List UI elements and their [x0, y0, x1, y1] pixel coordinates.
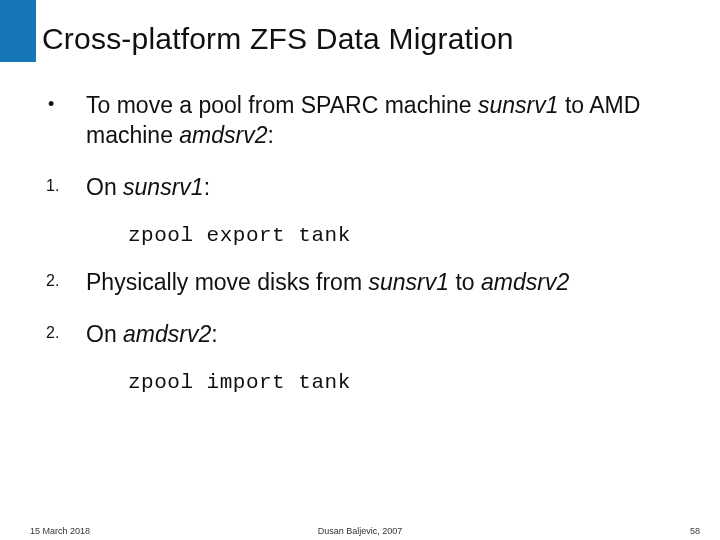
host-sunsrv1: sunsrv1 — [478, 92, 559, 118]
step-2-mid: to — [449, 269, 481, 295]
step-2-host2: amdsrv2 — [481, 269, 569, 295]
step-1-code: zpool export tank — [128, 224, 678, 247]
footer-author: Dusan Baljevic, 2007 — [0, 526, 720, 536]
step-2-row: 2. Physically move disks from sunsrv1 to… — [42, 267, 678, 297]
accent-bar — [0, 0, 36, 62]
step-1-num: 1. — [42, 172, 86, 200]
step-2-num: 2. — [42, 267, 86, 295]
slide-title: Cross-platform ZFS Data Migration — [42, 22, 514, 56]
step-3-num: 2. — [42, 319, 86, 347]
footer-page: 58 — [690, 526, 700, 536]
step-2-text: Physically move disks from sunsrv1 to am… — [86, 267, 678, 297]
step-3-host: amdsrv2 — [123, 321, 211, 347]
step-2-pre: Physically move disks from — [86, 269, 368, 295]
step-1-text: On sunsrv1: — [86, 172, 678, 202]
intro-pre: To move a pool from SPARC machine — [86, 92, 478, 118]
slide: Cross-platform ZFS Data Migration • To m… — [0, 0, 720, 540]
step-3-post: : — [211, 321, 217, 347]
step-1-host: sunsrv1 — [123, 174, 204, 200]
intro-post: : — [268, 122, 274, 148]
slide-content: • To move a pool from SPARC machine suns… — [42, 90, 678, 414]
step-3-row: 2. On amdsrv2: — [42, 319, 678, 349]
step-2-host1: sunsrv1 — [368, 269, 449, 295]
step-3-text: On amdsrv2: — [86, 319, 678, 349]
intro-text: To move a pool from SPARC machine sunsrv… — [86, 90, 678, 150]
host-amdsrv2: amdsrv2 — [179, 122, 267, 148]
intro-row: • To move a pool from SPARC machine suns… — [42, 90, 678, 150]
step-3-code: zpool import tank — [128, 371, 678, 394]
bullet-icon: • — [42, 90, 86, 118]
step-1-pre: On — [86, 174, 123, 200]
step-1-post: : — [204, 174, 210, 200]
step-1-row: 1. On sunsrv1: — [42, 172, 678, 202]
step-3-pre: On — [86, 321, 123, 347]
